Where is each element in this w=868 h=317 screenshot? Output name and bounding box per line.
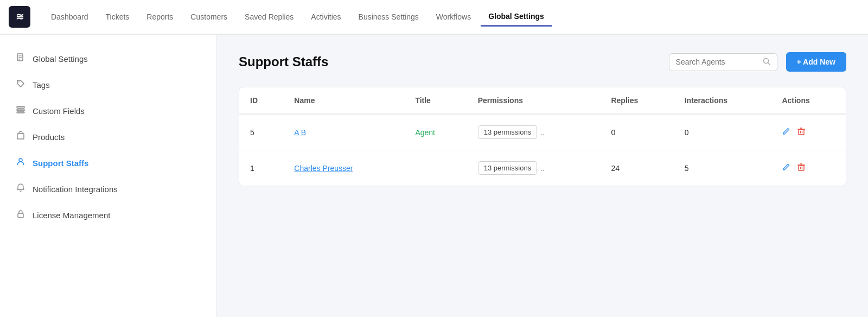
row2-permissions-cell: 13 permissions .. <box>478 161 590 175</box>
row2-permissions-badge[interactable]: 13 permissions <box>478 161 537 175</box>
logo[interactable]: ≋ <box>9 6 30 28</box>
sidebar-label-products: Products <box>33 132 65 142</box>
sidebar-item-license-management[interactable]: License Management <box>0 202 216 228</box>
staffs-table-container: ID Name Title Permissions Replies Intera… <box>239 87 846 186</box>
tag-icon <box>15 79 26 90</box>
svg-rect-13 <box>799 130 804 135</box>
row1-id: 5 <box>239 114 283 150</box>
svg-point-9 <box>19 158 22 162</box>
lock-icon <box>15 210 26 220</box>
row2-dots: .. <box>540 164 545 173</box>
logo-icon: ≋ <box>16 11 23 23</box>
svg-rect-18 <box>799 166 804 170</box>
row2-interactions: 5 <box>674 150 771 186</box>
col-name: Name <box>283 87 404 114</box>
row2-name-link[interactable]: Charles Preusser <box>294 164 353 173</box>
col-permissions: Permissions <box>467 87 601 114</box>
svg-line-12 <box>768 62 770 65</box>
row1-title: Agent <box>404 114 467 150</box>
header-actions: + Add New <box>669 52 846 72</box>
row2-permissions: 13 permissions .. <box>467 150 601 186</box>
row1-permissions-cell: 13 permissions .. <box>478 125 590 139</box>
row1-actions <box>771 114 846 150</box>
nav-global-settings[interactable]: Global Settings <box>481 8 552 27</box>
table-header-row: ID Name Title Permissions Replies Intera… <box>239 87 846 114</box>
row1-title-value: Agent <box>415 128 435 137</box>
row2-title <box>404 150 467 186</box>
svg-rect-10 <box>18 213 23 218</box>
staffs-table: ID Name Title Permissions Replies Intera… <box>239 87 846 186</box>
main-header: Support Staffs + Add New <box>239 52 846 72</box>
sidebar-label-tags: Tags <box>33 80 50 90</box>
col-id: ID <box>239 87 283 114</box>
sidebar-item-notification-integrations[interactable]: Notification Integrations <box>0 176 216 202</box>
row2-edit-icon[interactable] <box>782 163 790 174</box>
page-title: Support Staffs <box>239 54 328 69</box>
col-replies: Replies <box>600 87 673 114</box>
row1-name-link[interactable]: A B <box>294 128 306 137</box>
table-row: 1 Charles Preusser 13 permissions .. <box>239 150 846 186</box>
sidebar-label-notification-integrations: Notification Integrations <box>33 185 118 194</box>
col-actions: Actions <box>771 87 846 114</box>
add-new-button[interactable]: + Add New <box>786 52 846 72</box>
row2-replies: 24 <box>600 150 673 186</box>
row2-actions <box>771 150 846 186</box>
row1-replies: 0 <box>600 114 673 150</box>
sidebar-label-custom-fields: Custom Fields <box>33 106 85 116</box>
row1-delete-icon[interactable] <box>797 127 806 138</box>
nav-saved-replies[interactable]: Saved Replies <box>237 8 301 26</box>
svg-rect-7 <box>17 112 24 113</box>
sidebar-label-license-management: License Management <box>33 211 110 220</box>
svg-rect-6 <box>17 109 24 111</box>
row1-action-icons <box>782 127 835 138</box>
nav-business-settings[interactable]: Business Settings <box>351 8 426 26</box>
row2-name: Charles Preusser <box>283 150 404 186</box>
row1-edit-icon[interactable] <box>782 127 790 138</box>
fields-icon <box>15 105 26 116</box>
top-navigation: ≋ Dashboard Tickets Reports Customers Sa… <box>0 0 868 35</box>
table-row: 5 A B Agent 13 permissions .. <box>239 114 846 150</box>
person-icon <box>15 157 26 168</box>
col-title: Title <box>404 87 467 114</box>
products-icon <box>15 131 26 142</box>
sidebar-item-products[interactable]: Products <box>0 124 216 150</box>
document-icon <box>15 53 26 64</box>
nav-customers[interactable]: Customers <box>183 8 235 26</box>
search-box[interactable] <box>669 53 777 71</box>
page-layout: Global Settings Tags Custom Fields <box>0 35 868 317</box>
svg-point-4 <box>18 81 20 83</box>
main-content: Support Staffs + Add New <box>217 35 868 317</box>
sidebar-item-global-settings[interactable]: Global Settings <box>0 46 216 72</box>
sidebar: Global Settings Tags Custom Fields <box>0 35 217 317</box>
svg-rect-5 <box>17 106 24 108</box>
row2-id: 1 <box>239 150 283 186</box>
row1-name: A B <box>283 114 404 150</box>
nav-items: Dashboard Tickets Reports Customers Save… <box>43 8 859 27</box>
sidebar-label-support-staffs: Support Staffs <box>33 158 88 168</box>
sidebar-item-custom-fields[interactable]: Custom Fields <box>0 98 216 124</box>
nav-workflows[interactable]: Workflows <box>429 8 478 26</box>
nav-activities[interactable]: Activities <box>303 8 348 26</box>
sidebar-item-tags[interactable]: Tags <box>0 72 216 98</box>
sidebar-label-global-settings: Global Settings <box>33 54 88 64</box>
nav-dashboard[interactable]: Dashboard <box>43 8 96 26</box>
nav-reports[interactable]: Reports <box>139 8 181 26</box>
svg-rect-8 <box>17 134 24 139</box>
row1-permissions-badge[interactable]: 13 permissions <box>478 125 537 139</box>
bell-icon <box>15 183 26 194</box>
row2-action-icons <box>782 163 835 174</box>
search-icon <box>763 58 770 67</box>
sidebar-item-support-staffs[interactable]: Support Staffs <box>0 150 216 176</box>
nav-tickets[interactable]: Tickets <box>98 8 137 26</box>
row1-interactions: 0 <box>674 114 771 150</box>
search-input[interactable] <box>676 58 758 66</box>
row2-delete-icon[interactable] <box>797 163 806 174</box>
col-interactions: Interactions <box>674 87 771 114</box>
row1-permissions: 13 permissions .. <box>467 114 601 150</box>
row1-dots: .. <box>540 128 545 137</box>
